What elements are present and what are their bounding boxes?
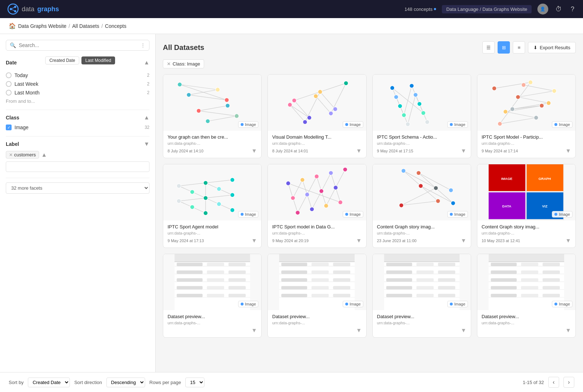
remove-customers-icon[interactable]: ✕ — [9, 152, 13, 157]
from-to-link[interactable]: From and to... — [6, 98, 149, 104]
label-search-input[interactable] — [6, 161, 149, 172]
svg-point-77 — [492, 86, 497, 90]
last-week-radio[interactable] — [6, 81, 12, 87]
badge-dot — [345, 303, 348, 305]
card-item[interactable]: IMAGE GRAPH DATA VIZ Image Content Graph… — [477, 164, 576, 248]
avatar[interactable]: 👤 — [537, 4, 548, 14]
breadcrumb-home[interactable]: Data Graphs Website — [18, 23, 67, 29]
card-menu-icon[interactable]: ▼ — [251, 237, 257, 244]
card-item[interactable]: Image Dataset preview... urn:data-graphs… — [372, 254, 471, 338]
customers-tag[interactable]: ✕ customers — [6, 151, 39, 159]
breadcrumb-sep2: / — [101, 23, 103, 29]
breadcrumb-datasets[interactable]: All Datasets — [72, 23, 99, 29]
card-menu-icon[interactable]: ▼ — [356, 148, 362, 154]
svg-line-10 — [180, 84, 218, 89]
svg-rect-160 — [228, 270, 246, 274]
more-options-icon[interactable]: ⋮ — [140, 42, 145, 48]
last-month-label: Last Month — [14, 90, 39, 96]
badge-label: Image — [350, 122, 361, 127]
card-item[interactable]: Image Dataset preview... urn:data-graphs… — [267, 254, 366, 338]
svg-rect-210 — [438, 278, 455, 282]
history-icon[interactable]: ⏱ — [554, 4, 563, 14]
next-page-button[interactable]: › — [563, 377, 574, 388]
badge-label: Image — [559, 122, 570, 127]
header-path[interactable]: Data Language / Data Graphs Website — [442, 5, 532, 13]
svg-line-66 — [512, 106, 542, 109]
badge-label: Image — [454, 212, 465, 216]
class-collapse-icon[interactable]: ▲ — [144, 114, 149, 121]
card-menu-icon[interactable]: ▼ — [461, 148, 466, 154]
svg-point-114 — [291, 196, 295, 200]
label-collapse-icon[interactable]: ▼ — [144, 141, 149, 147]
single-view-button[interactable]: ☰ — [482, 41, 495, 54]
last-month-count: 2 — [147, 90, 149, 95]
home-icon: 🏠 — [9, 22, 16, 29]
divider-2 — [6, 136, 149, 136]
card-badge: Image — [552, 211, 573, 218]
card-body: Dataset preview... urn:data-graphs-... ▼ — [163, 310, 261, 337]
card-body: Dataset preview... urn:data-graphs-... ▼ — [373, 310, 471, 337]
card-item[interactable]: Image Dataset preview... urn:data-graphs… — [163, 254, 262, 338]
card-menu-icon[interactable]: ▼ — [461, 237, 466, 244]
card-item[interactable]: Image Content Graph story imag... urn:da… — [372, 164, 471, 248]
card-menu-icon[interactable]: ▼ — [461, 327, 466, 334]
card-menu-icon[interactable]: ▼ — [565, 237, 571, 244]
date-collapse-icon[interactable]: ▲ — [144, 59, 149, 66]
badge-dot — [554, 213, 557, 216]
image-checkbox[interactable]: ✓ — [6, 125, 12, 130]
class-image-row[interactable]: ✓ Image 32 — [6, 125, 149, 130]
svg-rect-159 — [207, 270, 224, 274]
svg-rect-183 — [333, 270, 351, 274]
created-date-tab[interactable]: Created Date — [45, 56, 79, 64]
grid-view-button[interactable]: ⊞ — [498, 41, 510, 54]
svg-rect-241 — [542, 294, 560, 298]
svg-rect-154 — [177, 263, 203, 266]
sort-direction-select[interactable]: Descending — [106, 378, 145, 387]
card-item[interactable]: Image IPTC Sport Schema - Actio... urn:d… — [372, 74, 471, 158]
label-up-icon[interactable]: ▲ — [41, 152, 47, 158]
svg-line-11 — [199, 106, 228, 111]
svg-rect-212 — [386, 286, 412, 290]
card-urn: urn:data-graphs-... — [482, 231, 571, 235]
badge-dot — [345, 123, 348, 126]
svg-point-53 — [413, 93, 418, 97]
card-menu-icon[interactable]: ▼ — [356, 327, 362, 334]
card-menu-icon[interactable]: ▼ — [251, 148, 257, 154]
last-week-option[interactable]: Last Week 2 — [6, 81, 149, 87]
svg-point-49 — [398, 104, 402, 108]
sort-field-select[interactable]: Created Date — [28, 378, 70, 387]
card-item[interactable]: Image IPTC Sport model in Data G... urn:… — [267, 164, 366, 248]
svg-point-56 — [425, 120, 429, 124]
svg-point-137 — [434, 186, 438, 190]
card-item[interactable]: Image IPTC Sport Model - Particip... urn… — [477, 74, 576, 158]
card-menu-icon[interactable]: ▼ — [251, 327, 257, 334]
card-title: Content Graph story imag... — [377, 224, 466, 229]
list-view-button[interactable]: ≡ — [513, 41, 525, 54]
svg-rect-170 — [177, 294, 203, 298]
svg-point-75 — [528, 80, 533, 85]
today-radio[interactable] — [6, 72, 12, 78]
search-input[interactable] — [19, 42, 138, 48]
more-facets-select[interactable]: 32 more facets — [6, 182, 149, 194]
last-modified-tab[interactable]: Last Modified — [81, 56, 115, 64]
card-thumbnail: Image — [373, 254, 471, 310]
today-option[interactable]: Today 2 — [6, 72, 149, 78]
help-icon[interactable]: ? — [569, 4, 576, 14]
last-month-option[interactable]: Last Month 2 — [6, 90, 149, 96]
remove-filter-icon[interactable]: ✕ — [167, 61, 171, 67]
card-menu-icon[interactable]: ▼ — [356, 237, 362, 244]
card-item[interactable]: Image Your graph can then be cre... urn:… — [163, 74, 262, 158]
card-menu-icon[interactable]: ▼ — [565, 148, 571, 154]
last-month-radio[interactable] — [6, 90, 12, 96]
rows-per-page-select[interactable]: 15 — [185, 378, 204, 387]
class-image-filter-chip[interactable]: ✕ Class: Image — [163, 59, 204, 68]
svg-rect-155 — [207, 263, 224, 266]
prev-page-button[interactable]: ‹ — [548, 377, 559, 388]
export-results-button[interactable]: ⬇ Export Results — [528, 42, 576, 53]
card-item[interactable]: Image Dataset preview... urn:data-graphs… — [477, 254, 576, 338]
card-body: IPTC Sport Model - Particip... urn:data-… — [477, 131, 575, 158]
logo[interactable]: datagraphs — [7, 3, 59, 15]
card-menu-icon[interactable]: ▼ — [565, 327, 571, 334]
card-item[interactable]: Image Visual Domain Modelling T... urn:d… — [267, 74, 366, 158]
card-item[interactable]: Image IPTC Sport Agent model urn:data-gr… — [163, 164, 262, 248]
